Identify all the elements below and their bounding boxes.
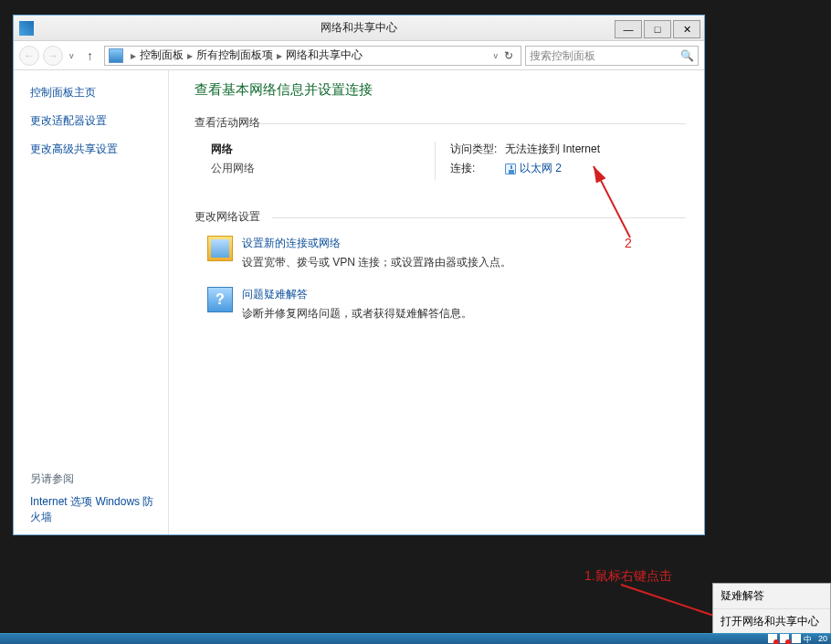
sidebar-home[interactable]: 控制面板主页 (30, 85, 157, 100)
sidebar-internet-options[interactable]: Internet 选项 (30, 495, 92, 508)
minimize-button[interactable]: — (615, 20, 642, 38)
sidebar: 控制面板主页 更改适配器设置 更改高级共享设置 另请参阅 Internet 选项… (14, 70, 169, 534)
search-box[interactable]: 🔍 (525, 46, 699, 66)
main-pane: 查看基本网络信息并设置连接 查看活动网络 网络 公用网络 访问类型: 无法连接到… (169, 70, 704, 534)
system-tray: 中 20 (768, 633, 829, 644)
menu-item-open-network-center[interactable]: 打开网络和共享中心 (713, 609, 830, 634)
content: 控制面板主页 更改适配器设置 更改高级共享设置 另请参阅 Internet 选项… (14, 70, 704, 534)
active-networks-header: 查看活动网络 (195, 115, 686, 131)
page-title: 查看基本网络信息并设置连接 (195, 81, 686, 99)
connections-label: 连接: (450, 161, 505, 176)
breadcrumb-item-0[interactable]: 控制面板 (140, 48, 184, 63)
new-connection-link[interactable]: 设置新的连接或网络 (242, 236, 511, 251)
tray-volume-icon[interactable] (792, 634, 801, 643)
window-title: 网络和共享中心 (321, 20, 397, 36)
address-dropdown[interactable]: v (491, 51, 501, 60)
back-button[interactable]: ← (19, 46, 39, 66)
navbar: ← → v ↑ ▸ 控制面板 ▸ 所有控制面板项 ▸ 网络和共享中心 v ↻ 🔍 (14, 41, 704, 70)
troubleshoot-icon (207, 287, 233, 312)
tray-network-icon[interactable] (780, 634, 789, 643)
address-bar[interactable]: ▸ 控制面板 ▸ 所有控制面板项 ▸ 网络和共享中心 v ↻ (104, 46, 522, 66)
active-networks: 网络 公用网络 访问类型: 无法连接到 Internet 连接: 以太网 2 (195, 142, 686, 180)
history-dropdown[interactable]: v (67, 51, 77, 60)
change-settings-header: 更改网络设置 (195, 209, 686, 225)
sidebar-adapter-settings[interactable]: 更改适配器设置 (30, 113, 157, 129)
sidebar-advanced-sharing[interactable]: 更改高级共享设置 (30, 142, 157, 157)
location-icon (109, 48, 123, 63)
access-type-label: 访问类型: (450, 142, 505, 157)
breadcrumb-item-2[interactable]: 网络和共享中心 (286, 48, 363, 63)
search-input[interactable] (530, 49, 680, 62)
network-name: 网络 (211, 142, 427, 157)
tray-action-center-icon[interactable] (768, 634, 777, 643)
tray-ime-indicator[interactable]: 中 (804, 634, 812, 643)
titlebar: 网络和共享中心 — □ ✕ (14, 16, 704, 41)
tray-clock[interactable]: 20 (818, 634, 827, 643)
window: 网络和共享中心 — □ ✕ ← → v ↑ ▸ 控制面板 ▸ 所有控制面板项 ▸… (13, 15, 705, 535)
new-connection-desc: 设置宽带、拨号或 VPN 连接；或设置路由器或接入点。 (242, 255, 511, 270)
troubleshoot-link[interactable]: 问题疑难解答 (242, 287, 472, 302)
refresh-button[interactable]: ↻ (500, 48, 517, 64)
tray-context-menu: 疑难解答 打开网络和共享中心 (712, 583, 831, 635)
maximize-button[interactable]: □ (644, 20, 671, 38)
annotation-label-1: 1.鼠标右键点击 (584, 568, 672, 585)
network-details: 访问类型: 无法连接到 Internet 连接: 以太网 2 (443, 142, 686, 180)
breadcrumb-sep: ▸ (277, 49, 282, 62)
app-icon (19, 21, 34, 36)
search-icon[interactable]: 🔍 (680, 49, 694, 62)
ethernet-link[interactable]: 以太网 2 (520, 162, 562, 174)
forward-button[interactable]: → (43, 46, 63, 66)
close-button[interactable]: ✕ (673, 20, 700, 38)
taskbar[interactable] (0, 633, 831, 644)
access-type-value: 无法连接到 Internet (505, 142, 600, 157)
option-troubleshoot: 问题疑难解答 诊断并修复网络问题，或者获得疑难解答信息。 (207, 287, 686, 322)
network-identity: 网络 公用网络 (195, 142, 427, 180)
see-also-label: 另请参阅 (30, 471, 157, 487)
up-button[interactable]: ↑ (80, 46, 100, 66)
breadcrumb-sep: ▸ (187, 49, 193, 62)
troubleshoot-desc: 诊断并修复网络问题，或者获得疑难解答信息。 (242, 306, 472, 322)
option-new-connection: 设置新的连接或网络 设置宽带、拨号或 VPN 连接；或设置路由器或接入点。 (207, 236, 686, 270)
new-connection-icon (207, 236, 233, 261)
ethernet-icon (505, 164, 516, 174)
divider (435, 142, 436, 180)
menu-item-troubleshoot[interactable]: 疑难解答 (713, 584, 830, 609)
breadcrumb-sep: ▸ (131, 49, 136, 62)
see-also: 另请参阅 Internet 选项 Windows 防火墙 (30, 471, 157, 525)
annotation-label-2: 2 (625, 236, 632, 250)
window-buttons: — □ ✕ (615, 18, 704, 38)
network-type: 公用网络 (211, 161, 427, 176)
breadcrumb-item-1[interactable]: 所有控制面板项 (196, 48, 273, 63)
